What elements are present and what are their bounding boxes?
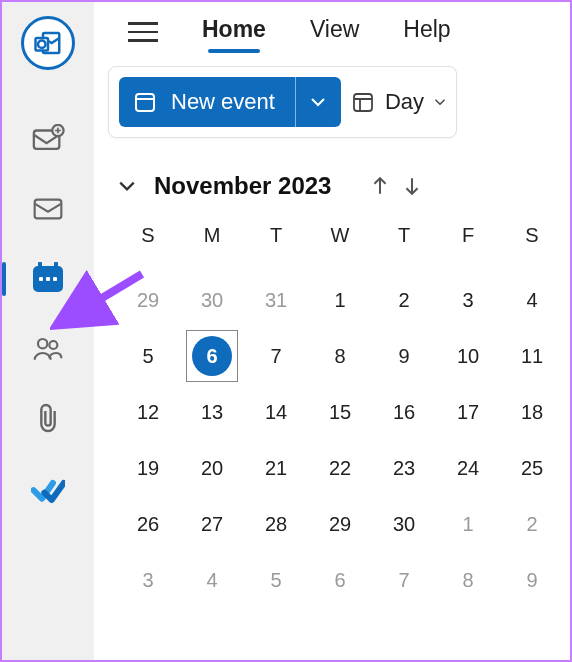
new-event-dropdown[interactable] [295, 77, 341, 127]
calendar-day[interactable]: 9 [502, 554, 562, 606]
calendar-day[interactable]: 29 [310, 498, 370, 550]
calendar-day[interactable]: 16 [374, 386, 434, 438]
calendar-day[interactable]: 1 [310, 274, 370, 326]
dow-header: T [374, 218, 434, 270]
dow-header: F [438, 218, 498, 270]
svg-point-7 [49, 341, 57, 349]
svg-rect-8 [136, 94, 154, 111]
hamburger-icon[interactable] [128, 22, 158, 42]
calendar-day[interactable]: 26 [118, 498, 178, 550]
calendar-day[interactable]: 2 [502, 498, 562, 550]
rail-calendar[interactable] [2, 244, 94, 314]
tab-help[interactable]: Help [403, 16, 450, 49]
calendar-day[interactable]: 9 [374, 330, 434, 382]
tab-home[interactable]: Home [202, 16, 266, 49]
calendar-day[interactable]: 13 [182, 386, 242, 438]
rail-mail-unread[interactable] [2, 104, 94, 174]
calendar-day[interactable]: 10 [438, 330, 498, 382]
calendar-day[interactable]: 29 [118, 274, 178, 326]
calendar-blank-icon [133, 90, 157, 114]
arrow-down-icon[interactable] [403, 176, 421, 196]
rail-mail[interactable] [2, 174, 94, 244]
calendar-day[interactable]: 30 [182, 274, 242, 326]
dow-header: T [246, 218, 306, 270]
calendar-day[interactable]: 21 [246, 442, 306, 494]
dow-header: S [118, 218, 178, 270]
calendar-day[interactable]: 19 [118, 442, 178, 494]
calendar-day[interactable]: 8 [438, 554, 498, 606]
top-tab-bar: Home View Help [94, 2, 570, 62]
dow-header: M [182, 218, 242, 270]
calendar-day[interactable]: 8 [310, 330, 370, 382]
calendar-day[interactable]: 18 [502, 386, 562, 438]
mini-calendar: November 2023 SMTWTFS2930311234567891011… [110, 172, 570, 606]
calendar-day[interactable]: 4 [502, 274, 562, 326]
rail-todo[interactable] [2, 454, 94, 524]
calendar-day[interactable]: 1 [438, 498, 498, 550]
left-navigation-rail [2, 2, 94, 660]
calendar-day[interactable]: 3 [118, 554, 178, 606]
toolbar: New event Day [108, 66, 570, 138]
view-day-button[interactable]: Day [351, 89, 446, 115]
rail-people[interactable] [2, 314, 94, 384]
new-event-split-button: New event [119, 77, 341, 127]
calendar-day[interactable]: 5 [246, 554, 306, 606]
chevron-down-icon[interactable] [118, 180, 136, 192]
calendar-day[interactable]: 2 [374, 274, 434, 326]
calendar-day[interactable]: 6 [310, 554, 370, 606]
calendar-icon [33, 266, 63, 292]
calendar-day[interactable]: 30 [374, 498, 434, 550]
calendar-day[interactable]: 17 [438, 386, 498, 438]
outlook-logo[interactable] [21, 16, 75, 70]
calendar-day[interactable]: 7 [374, 554, 434, 606]
calendar-day[interactable]: 5 [118, 330, 178, 382]
calendar-day[interactable]: 25 [502, 442, 562, 494]
calendar-day[interactable]: 28 [246, 498, 306, 550]
svg-rect-5 [35, 200, 62, 219]
new-event-label: New event [171, 89, 275, 115]
dow-header: W [310, 218, 370, 270]
calendar-day[interactable]: 14 [246, 386, 306, 438]
tab-view[interactable]: View [310, 16, 359, 49]
calendar-day[interactable]: 11 [502, 330, 562, 382]
calendar-day[interactable]: 20 [182, 442, 242, 494]
calendar-day[interactable]: 31 [246, 274, 306, 326]
svg-point-6 [38, 339, 47, 348]
calendar-day[interactable]: 24 [438, 442, 498, 494]
main-panel: Home View Help New event [94, 2, 570, 660]
calendar-day[interactable]: 27 [182, 498, 242, 550]
day-view-icon [351, 90, 375, 114]
calendar-day[interactable]: 3 [438, 274, 498, 326]
calendar-day[interactable]: 6 [182, 330, 242, 382]
calendar-day[interactable]: 4 [182, 554, 242, 606]
arrow-up-icon[interactable] [371, 176, 389, 196]
calendar-day[interactable]: 7 [246, 330, 306, 382]
toolbar-card: New event Day [108, 66, 457, 138]
dow-header: S [502, 218, 562, 270]
calendar-day[interactable]: 23 [374, 442, 434, 494]
calendar-day[interactable]: 12 [118, 386, 178, 438]
month-title: November 2023 [154, 172, 331, 200]
chevron-down-icon [310, 97, 326, 107]
chevron-down-icon [434, 98, 446, 106]
new-event-button[interactable]: New event [119, 77, 295, 127]
rail-files[interactable] [2, 384, 94, 454]
day-label: Day [385, 89, 424, 115]
svg-rect-9 [354, 94, 372, 111]
month-header: November 2023 [118, 172, 570, 200]
calendar-grid: SMTWTFS293031123456789101112131415161718… [118, 218, 570, 606]
calendar-day[interactable]: 22 [310, 442, 370, 494]
calendar-day[interactable]: 15 [310, 386, 370, 438]
